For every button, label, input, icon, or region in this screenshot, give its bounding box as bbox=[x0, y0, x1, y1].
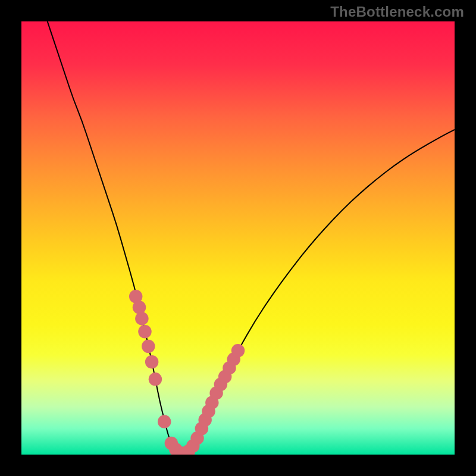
watermark-label: TheBottleneck.com bbox=[330, 4, 464, 20]
marker-dot bbox=[158, 415, 171, 428]
marker-dot bbox=[133, 300, 146, 314]
marker-dot bbox=[142, 340, 155, 353]
chart-svg bbox=[21, 21, 455, 455]
bottleneck-curve bbox=[48, 21, 455, 453]
plot-area bbox=[21, 21, 455, 455]
chart-root: TheBottleneck.com bbox=[0, 0, 476, 476]
marker-dot bbox=[138, 325, 151, 338]
marker-dot bbox=[231, 344, 245, 357]
marker-layer bbox=[129, 290, 245, 455]
marker-dot bbox=[145, 355, 158, 368]
marker-dot bbox=[135, 312, 148, 325]
marker-dot bbox=[149, 372, 162, 386]
